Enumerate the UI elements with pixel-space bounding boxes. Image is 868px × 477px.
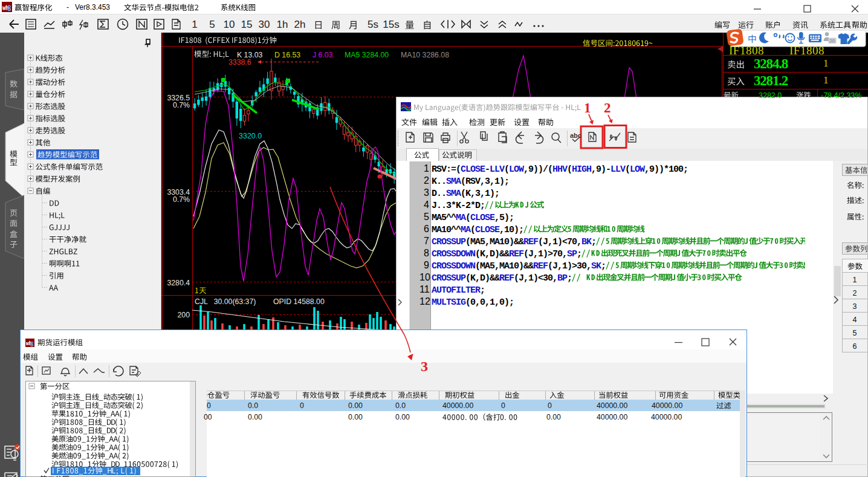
svg-text:3: 3: [421, 359, 428, 374]
svg-text:2: 2: [604, 100, 611, 115]
svg-text:1: 1: [584, 100, 591, 115]
svg-text:20: 20: [830, 38, 835, 44]
